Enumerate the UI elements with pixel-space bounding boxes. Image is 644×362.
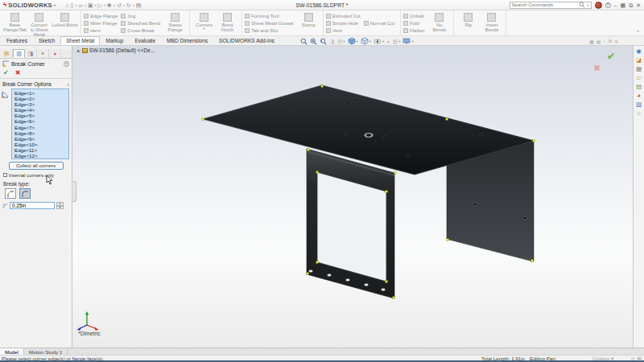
dropdown-caret-icon[interactable]: ▾: [203, 27, 204, 31]
ribbon-button-sheet-metal-gusset[interactable]: Sheet Metal Gusset: [245, 19, 294, 27]
file-explorer-icon[interactable]: ▱: [637, 75, 642, 81]
edge-list-item[interactable]: Edge<6>: [14, 118, 68, 124]
ribbon-button-hem[interactable]: Hem: [84, 27, 118, 34]
tab-evaluate[interactable]: Evaluate: [129, 36, 161, 45]
ribbon-button-swept-flange[interactable]: Swept Flange: [164, 12, 186, 34]
close-button[interactable]: ✕: [636, 2, 641, 8]
edge-list-item[interactable]: Edge<4>: [14, 107, 68, 113]
tab-featuremanager-design-tree[interactable]: ▤: [1, 49, 13, 58]
edge-list-item[interactable]: Edge<9>: [14, 136, 68, 142]
dropdown-caret-icon[interactable]: ▾: [133, 3, 134, 7]
tab-propertymanager[interactable]: ▥: [13, 49, 25, 58]
select-icon[interactable]: ▷: [98, 2, 102, 8]
file-properties-icon[interactable]: ▤: [136, 2, 142, 8]
search-dropdown-icon[interactable]: ▾: [587, 3, 588, 7]
doc-close-icon[interactable]: ✕: [614, 39, 618, 44]
search-commands-box[interactable]: ▾: [510, 2, 592, 9]
doc-pane-icon[interactable]: ▤: [597, 39, 601, 44]
design-library-icon[interactable]: ◉: [636, 48, 642, 55]
ribbon-button-convert-to-sheet-metal[interactable]: Convert to Sheet Metal: [28, 12, 50, 34]
view-settings-icon[interactable]: ▾: [402, 38, 413, 44]
ribbon-button-unfold[interactable]: Unfold: [403, 12, 424, 19]
apply-scene-icon[interactable]: ▦▾: [393, 39, 401, 44]
panel-help-icon[interactable]: ?: [64, 61, 69, 67]
edge-list-item[interactable]: Edge<7>: [14, 125, 68, 130]
model-3d-view[interactable]: [72, 46, 633, 348]
logo-expand-icon[interactable]: ▸: [54, 2, 56, 7]
collect-all-corners-button[interactable]: Collect all corners: [9, 162, 64, 170]
ribbon-button-vent[interactable]: Vent: [326, 27, 361, 34]
cancel-button[interactable]: ✖: [15, 69, 21, 76]
ribbon-button-cross-break[interactable]: Cross-Break: [121, 27, 160, 34]
edge-list-item[interactable]: Edge<11>: [14, 147, 68, 153]
home-icon[interactable]: ⌂: [65, 2, 68, 8]
tab-solidworks-add-ins[interactable]: SOLIDWORKS Add-Ins: [213, 36, 280, 45]
edge-selection-list[interactable]: Edge<1>Edge<2>Edge<3>Edge<4>Edge<5>Edge<…: [11, 88, 69, 159]
break-distance-input[interactable]: [10, 202, 55, 209]
pane-toggle-icon[interactable]: ▥: [637, 356, 642, 361]
flyout-expand-icon[interactable]: ▶: [77, 48, 80, 53]
ribbon-button-fold[interactable]: Fold: [403, 19, 424, 27]
3d-printing-icon[interactable]: ▦: [636, 66, 642, 72]
ribbon-button-sketched-bend[interactable]: Sketched Bend: [121, 19, 160, 27]
appearances-scenes-icon[interactable]: ◕: [637, 93, 641, 99]
toolbox-icon[interactable]: ◪: [636, 57, 642, 64]
edit-appearance-icon[interactable]: ●: [386, 39, 390, 44]
tab-markup[interactable]: Markup: [100, 36, 129, 45]
help-button[interactable]: ?: [605, 2, 611, 8]
view-orientation-icon[interactable]: ▾: [348, 37, 358, 45]
ribbon-button-jog[interactable]: Jog: [121, 12, 160, 19]
ribbon-button-rip[interactable]: Rip: [457, 12, 479, 34]
collapse-ribbon-button[interactable]: ^: [637, 30, 639, 35]
minimize-button[interactable]: –: [614, 2, 617, 8]
ribbon-button-forming-tool[interactable]: Forming Tool: [245, 12, 294, 19]
feature-tree-flyout[interactable]: ▶ SW-01586 (Default) <<De...: [77, 47, 155, 53]
edge-list-item[interactable]: Edge<8>: [14, 130, 68, 136]
ok-button[interactable]: ✔: [3, 69, 9, 76]
tab-configurationmanager[interactable]: ◨: [25, 49, 37, 58]
previous-view-icon[interactable]: [320, 38, 327, 45]
tab-motion-study-1[interactable]: Motion Study 1: [24, 348, 68, 355]
ribbon-button-stamp[interactable]: Stamp: [298, 12, 320, 34]
options-icon[interactable]: ✱: [107, 2, 112, 8]
display-style-icon[interactable]: ▾: [361, 37, 371, 45]
ribbon-button-corners[interactable]: Corners▾: [193, 12, 215, 34]
tab-mbd-dimensions[interactable]: MBD Dimensions: [161, 36, 213, 45]
search-input[interactable]: [512, 2, 578, 8]
zoom-to-fit-icon[interactable]: [300, 38, 308, 45]
dropdown-caret-icon[interactable]: ▾: [76, 3, 77, 7]
view-palette-icon[interactable]: ▤: [636, 84, 642, 90]
doc-restore-icon[interactable]: ⧉: [609, 39, 612, 44]
tab-dimxpertmanager[interactable]: +: [37, 49, 49, 58]
dropdown-caret-icon[interactable]: ▾: [114, 3, 115, 7]
configuration-selector[interactable]: Custom ▾: [592, 356, 613, 361]
doc-minimize-icon[interactable]: –: [603, 39, 605, 43]
ribbon-button-no-bends[interactable]: No Bends: [428, 12, 450, 34]
section-view-icon[interactable]: ◨: [329, 39, 335, 44]
edge-list-item[interactable]: Edge<2>: [14, 96, 68, 101]
ribbon-button-normal-cut[interactable]: Normal Cut: [364, 19, 394, 27]
ribbon-button-flatten[interactable]: Flatten: [403, 27, 424, 34]
internal-corners-checkbox[interactable]: [3, 173, 7, 177]
redo-icon[interactable]: ↻: [126, 2, 131, 8]
edge-list-item[interactable]: Edge<1>: [14, 90, 68, 96]
open-file-icon[interactable]: ▱: [79, 2, 83, 8]
ribbon-button-bend-notch[interactable]: Bend Notch: [217, 12, 238, 34]
confirm-cancel-icon[interactable]: ✖: [594, 64, 601, 72]
undo-icon[interactable]: ↺: [117, 2, 122, 8]
ribbon-button-lofted-bend[interactable]: Lofted-Bend: [52, 12, 77, 34]
viewport-splitter-handle[interactable]: [72, 181, 76, 202]
edge-list-item[interactable]: Edge<5>: [14, 113, 68, 118]
doc-grid-icon[interactable]: ▦: [589, 39, 594, 44]
dropdown-caret-icon[interactable]: ▾: [85, 3, 86, 7]
edge-list-item[interactable]: Edge<12>: [14, 153, 68, 158]
ribbon-button-miter-flange[interactable]: Miter Flange: [84, 19, 118, 27]
ribbon-button-tab-and-slot[interactable]: Tab and Slot: [245, 27, 294, 34]
zoom-to-area-icon[interactable]: [310, 38, 317, 45]
collapse-section-icon[interactable]: ᴧ: [68, 82, 70, 87]
solidworks-resources-icon[interactable]: ⌂: [637, 110, 641, 117]
ribbon-button-insert-bends[interactable]: Insert Bends: [481, 12, 502, 34]
dropdown-caret-icon[interactable]: ▾: [123, 3, 125, 7]
confirm-ok-icon[interactable]: ✔: [607, 51, 615, 62]
fillet-break-button[interactable]: [19, 188, 31, 199]
